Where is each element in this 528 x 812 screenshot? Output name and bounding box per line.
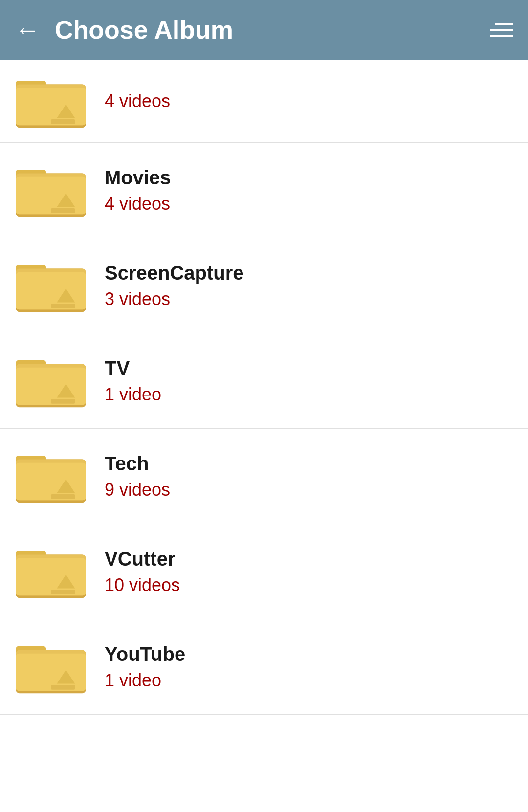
app-header: ← Choose Album (0, 0, 528, 60)
svg-rect-17 (51, 304, 75, 308)
folder-icon (15, 249, 87, 322)
album-count: 1 video (105, 384, 161, 405)
folder-icon (15, 65, 87, 137)
album-info: YouTube 1 video (105, 643, 185, 691)
svg-rect-39 (16, 654, 86, 691)
svg-rect-41 (51, 685, 75, 690)
album-count: 9 videos (105, 480, 170, 500)
svg-rect-5 (51, 119, 75, 124)
svg-rect-21 (16, 368, 86, 405)
album-info: Movies 4 videos (105, 167, 171, 214)
album-count: 10 videos (105, 575, 180, 595)
svg-rect-9 (16, 177, 86, 214)
album-name: TV (105, 357, 161, 379)
folder-icon (15, 440, 87, 512)
list-item[interactable]: Movies 4 videos (0, 143, 528, 238)
folder-icon (15, 154, 87, 226)
album-info: TV 1 video (105, 357, 161, 405)
album-count: 3 videos (105, 289, 244, 309)
list-item[interactable]: 4 videos (0, 60, 528, 143)
svg-rect-23 (51, 399, 75, 404)
svg-rect-33 (16, 558, 86, 595)
folder-icon (15, 535, 87, 608)
list-item[interactable]: ScreenCapture 3 videos (0, 238, 528, 333)
album-name: Movies (105, 167, 171, 189)
album-count: 4 videos (105, 194, 171, 214)
back-button[interactable]: ← (15, 17, 40, 43)
album-info: 4 videos (105, 91, 170, 111)
folder-icon (15, 631, 87, 703)
album-name: Tech (105, 453, 170, 475)
album-info: ScreenCapture 3 videos (105, 262, 244, 309)
album-name: YouTube (105, 643, 185, 665)
list-item[interactable]: TV 1 video (0, 333, 528, 429)
album-info: Tech 9 videos (105, 453, 170, 500)
sort-menu-button[interactable] (490, 23, 513, 37)
svg-rect-15 (16, 272, 86, 309)
svg-rect-3 (16, 88, 86, 125)
folder-icon (15, 345, 87, 417)
svg-rect-27 (16, 463, 86, 500)
list-item[interactable]: Tech 9 videos (0, 429, 528, 524)
page-title: Choose Album (55, 15, 490, 44)
album-list: 4 videos Movies 4 videos (0, 60, 528, 812)
svg-rect-11 (51, 208, 75, 213)
album-name: ScreenCapture (105, 262, 244, 284)
album-info: VCutter 10 videos (105, 548, 180, 595)
album-count: 4 videos (105, 91, 170, 111)
list-item[interactable]: YouTube 1 video (0, 619, 528, 715)
svg-rect-29 (51, 494, 75, 499)
album-name: VCutter (105, 548, 180, 570)
album-count: 1 video (105, 670, 185, 691)
list-item[interactable]: VCutter 10 videos (0, 524, 528, 619)
svg-rect-35 (51, 590, 75, 594)
